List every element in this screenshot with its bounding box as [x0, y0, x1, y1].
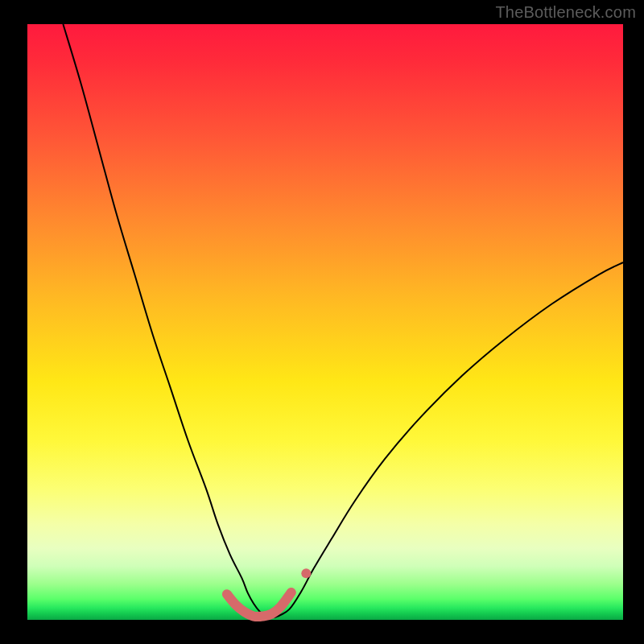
series-highlight-end-dot: [301, 568, 311, 578]
attribution-text: TheBottleneck.com: [495, 3, 636, 22]
curve-layer: [27, 24, 623, 620]
plot-area: [27, 24, 623, 620]
chart-frame: TheBottleneck.com: [0, 0, 644, 644]
series-bottom-red-highlight: [227, 592, 291, 617]
series-main-curve: [63, 24, 623, 617]
